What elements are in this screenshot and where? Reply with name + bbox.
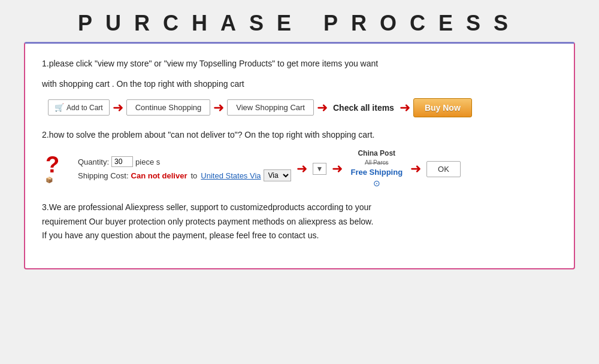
free-shipping-text: Free Shipping	[350, 167, 403, 178]
step2-text: 2.how to solve the problem about "can no…	[42, 128, 557, 141]
step1-flow: 🛒 Add to Cart ➜ Continue Shopping ➜ View…	[48, 98, 557, 117]
united-states-link[interactable]: United States Via	[201, 171, 261, 180]
quantity-input[interactable]	[111, 156, 133, 167]
step2-section: 2.how to solve the problem about "can no…	[42, 128, 557, 190]
step3-section: 3.We are professional Aliexpress seller,…	[42, 201, 557, 243]
shipping-select[interactable]: Via	[264, 169, 291, 181]
quantity-row: Quantity: piece s	[78, 156, 291, 167]
view-cart-button[interactable]: View Shopping Cart	[227, 99, 314, 116]
arrow4-icon: ➜	[400, 101, 410, 114]
step2-details: Quantity: piece s Shipping Cost: Can not…	[78, 156, 291, 181]
page-title: PURCHASE PROCESS	[78, 11, 521, 36]
step3-text3: If you have any question about the payme…	[42, 229, 557, 243]
shipping-row: Shipping Cost: Can not deliver to United…	[78, 169, 291, 181]
step3-text1: 3.We are professional Aliexpress seller,…	[42, 201, 557, 215]
step2-flow: ? 📦 Quantity: piece s Shipping Cost: Can…	[46, 148, 557, 190]
arrow6-icon: ➜	[332, 162, 343, 175]
china-post-title: China Post	[358, 148, 395, 159]
ok-button[interactable]: OK	[426, 161, 461, 177]
buy-now-button[interactable]: Buy Now	[413, 98, 472, 117]
check-items-label: Check all items	[331, 103, 397, 113]
piece-label: piece s	[135, 157, 160, 166]
arrow3-icon: ➜	[317, 101, 328, 114]
main-card: 1.please click "view my store" or "view …	[24, 42, 575, 269]
cart-icon: 🛒	[55, 103, 64, 112]
continue-shopping-button[interactable]: Continue Shopping	[126, 99, 211, 116]
page-header: PURCHASE PROCESS	[0, 0, 599, 42]
quantity-label: Quantity:	[78, 157, 109, 166]
step1-section: 1.please click "view my store" or "view …	[42, 57, 557, 117]
all-parcs-text: All Parcs	[365, 159, 388, 167]
arrow1-icon: ➜	[113, 101, 123, 114]
circle-check-icon: ⊙	[373, 178, 380, 190]
step1-text2: with shopping cart . On the top right wi…	[42, 77, 557, 90]
shipping-label: Shipping Cost:	[78, 171, 129, 180]
china-post-box: China Post All Parcs Free Shipping ⊙	[350, 148, 403, 190]
arrow2-icon: ➜	[213, 101, 224, 114]
to-label: to	[190, 171, 197, 180]
step1-text1: 1.please click "view my store" or "view …	[42, 57, 557, 70]
arrow5-icon: ➜	[297, 162, 307, 175]
question-image: ? 📦	[46, 153, 74, 184]
arrow7-icon: ➜	[410, 162, 421, 175]
step3-text2: requirement Our buyer protection only pr…	[42, 215, 557, 229]
dropdown-button[interactable]: ▼	[313, 163, 327, 175]
add-to-cart-button[interactable]: 🛒 Add to Cart	[48, 99, 110, 116]
cannot-deliver-text: Can not deliver	[131, 171, 187, 180]
